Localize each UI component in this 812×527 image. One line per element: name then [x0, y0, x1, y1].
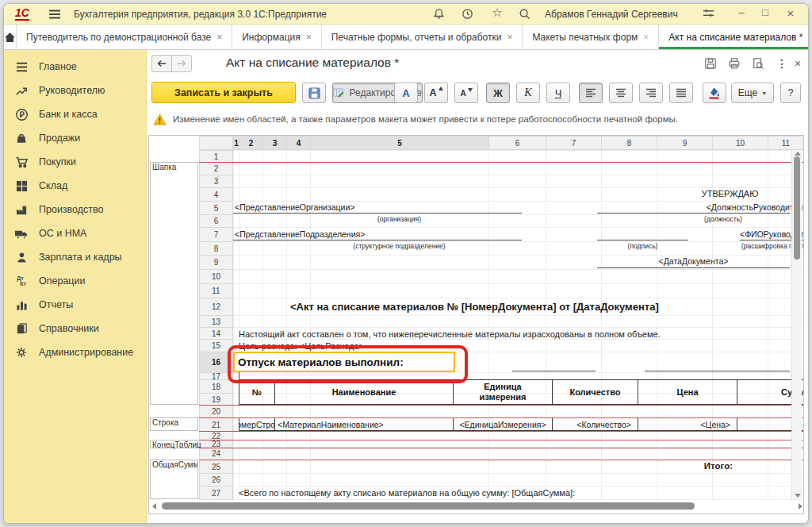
cell-org-caption[interactable]: (организация) — [310, 215, 488, 223]
align-right-button[interactable] — [639, 83, 663, 103]
col-header[interactable]: 10 — [712, 136, 768, 150]
main-menu-icon[interactable] — [48, 9, 61, 20]
favorites-star-icon[interactable]: ☆ — [489, 6, 505, 20]
cell-organization[interactable]: <ПредставлениеОрганизации> — [235, 202, 354, 212]
italic-button[interactable]: К — [516, 83, 540, 103]
col-header[interactable]: 5 — [310, 136, 489, 150]
tab-print-layouts[interactable]: Макеты печатных форм × — [523, 25, 659, 49]
font-increase-button[interactable]: А — [424, 83, 448, 103]
save-button[interactable] — [302, 83, 326, 103]
cell-footer[interactable]: <Всего по настоящему акту списано матери… — [239, 488, 575, 498]
row-header[interactable]: 5 — [199, 201, 233, 215]
sidebar-item-fixed-assets[interactable]: ОС и НМА — [4, 221, 146, 245]
col-header[interactable]: 4 — [286, 136, 311, 150]
row-header[interactable]: 18 — [199, 379, 233, 394]
home-tab[interactable] — [4, 25, 17, 49]
sidebar-item-manager[interactable]: Руководителю — [4, 79, 146, 102]
close-window-button[interactable]: × — [783, 6, 799, 20]
fill-color-button[interactable] — [703, 83, 726, 103]
close-tab-icon[interactable]: × — [808, 32, 809, 43]
more-button[interactable]: Еще ▼ — [731, 83, 774, 103]
col-header[interactable]: 3 — [262, 136, 287, 150]
col-header[interactable]: 9 — [657, 136, 713, 150]
col-header[interactable]: 8 — [601, 136, 657, 150]
col-header[interactable]: 2 — [239, 136, 263, 150]
area-label-total[interactable]: ОбщаяСумма — [150, 460, 198, 499]
kebab-menu-icon[interactable]: ⋮ — [773, 56, 791, 71]
row-header[interactable]: 4 — [199, 187, 233, 202]
current-user[interactable]: Абрамов Геннадий Сергеевич — [545, 9, 678, 20]
close-tab-icon[interactable]: × — [507, 32, 512, 43]
corner-cell[interactable] — [199, 136, 233, 150]
row-cell-line-num[interactable]: <НомерСтроки> — [239, 417, 275, 431]
row-header[interactable]: 27 — [199, 486, 233, 500]
row-header[interactable]: 21 — [199, 417, 233, 432]
row-header[interactable]: 8 — [199, 241, 233, 256]
col-header[interactable]: 6 — [488, 136, 546, 150]
sidebar-item-main[interactable]: Главное — [4, 55, 146, 79]
tab-information[interactable]: Информация × — [232, 25, 322, 49]
cell-statement[interactable]: Настоящий акт составлен о том, что нижеп… — [239, 329, 661, 339]
area-label-header[interactable]: Шапка — [150, 162, 198, 405]
vertical-scrollbar[interactable] — [791, 150, 802, 499]
cell-department[interactable]: <ПредставлениеПодразделения> — [235, 229, 365, 239]
save-and-close-button[interactable]: Записать и закрыть — [151, 82, 296, 103]
vertical-scroll-thumb[interactable] — [794, 156, 800, 260]
row-header[interactable]: 26 — [199, 473, 233, 487]
horizontal-scroll-thumb[interactable] — [162, 502, 695, 510]
row-header[interactable]: 6 — [199, 214, 233, 228]
align-center-button[interactable] — [609, 83, 633, 103]
notifications-bell-icon[interactable] — [432, 7, 448, 21]
area-label-table-end[interactable]: КонецТаблицы — [150, 440, 198, 448]
sidebar-item-warehouse[interactable]: Склад — [4, 174, 146, 198]
align-justify-button[interactable] — [669, 83, 693, 103]
layout-spreadsheet[interactable]: 1234567891011123456789101112131415161718… — [148, 135, 804, 514]
sidebar-item-purchases[interactable]: Покупки — [4, 150, 146, 174]
bold-button[interactable]: Ж — [486, 83, 510, 103]
print-preview-icon[interactable] — [749, 56, 767, 71]
row-header[interactable]: 3 — [199, 175, 233, 188]
table-header-price[interactable]: Цена — [638, 379, 737, 405]
table-header-qty[interactable]: Количество — [552, 379, 638, 405]
font-decrease-button[interactable]: А — [454, 83, 478, 103]
sidebar-item-payroll-hr[interactable]: Зарплата и кадры — [4, 245, 146, 269]
row-cell-price[interactable]: <Цена> — [638, 417, 737, 431]
maximize-button[interactable]: □ — [757, 6, 773, 18]
table-header-unit[interactable]: Единица измерения — [453, 379, 553, 405]
row-header[interactable]: 14 — [199, 327, 233, 340]
cell-doc-title[interactable]: <Акт на списание материалов № [НомерДоку… — [290, 301, 659, 313]
cell-signature-caption[interactable]: (подпись) — [597, 242, 688, 250]
scroll-left-icon[interactable] — [152, 503, 156, 510]
row-header[interactable]: 2 — [199, 162, 233, 175]
sidebar-item-production[interactable]: Производство — [4, 198, 146, 221]
cell-doc-date[interactable]: <ДатаДокумента> — [597, 256, 790, 266]
row-header[interactable]: 19 — [199, 393, 233, 406]
row-header[interactable]: 20 — [199, 405, 233, 418]
forward-button[interactable] — [171, 55, 192, 72]
col-header[interactable]: 11 — [768, 136, 804, 150]
search-icon[interactable] — [518, 7, 534, 21]
scroll-right-icon[interactable] — [799, 503, 802, 510]
cell-total-label[interactable]: Итого: — [638, 461, 733, 471]
sidebar-item-directories[interactable]: Справочники — [4, 317, 146, 340]
row-header[interactable]: 13 — [199, 315, 233, 328]
row-header[interactable]: 11 — [199, 283, 233, 298]
row-header[interactable]: 24 — [199, 447, 233, 460]
close-tab-icon[interactable]: × — [643, 32, 649, 43]
row-header[interactable]: 9 — [199, 255, 233, 270]
minimize-button[interactable]: – — [733, 6, 749, 18]
sidebar-item-reports[interactable]: Отчеты — [4, 293, 146, 317]
close-form-icon[interactable]: × — [789, 56, 806, 71]
underline-button[interactable]: Ч — [546, 83, 570, 103]
row-header[interactable]: 12 — [199, 298, 233, 316]
align-left-button[interactable] — [579, 83, 603, 103]
cell-approve[interactable]: УТВЕРЖДАЮ — [657, 189, 803, 198]
col-header[interactable]: 7 — [546, 136, 602, 150]
area-label-row[interactable]: Строка — [150, 417, 198, 431]
row-header[interactable]: 10 — [199, 269, 233, 284]
row-header[interactable]: 25 — [199, 460, 233, 474]
close-tab-icon[interactable]: × — [306, 32, 312, 43]
row-cell-qty[interactable]: <Количество> — [552, 417, 638, 431]
row-header[interactable]: 7 — [199, 227, 233, 242]
tab-guide[interactable]: Путеводитель по демонстрационной базе × — [17, 25, 232, 49]
